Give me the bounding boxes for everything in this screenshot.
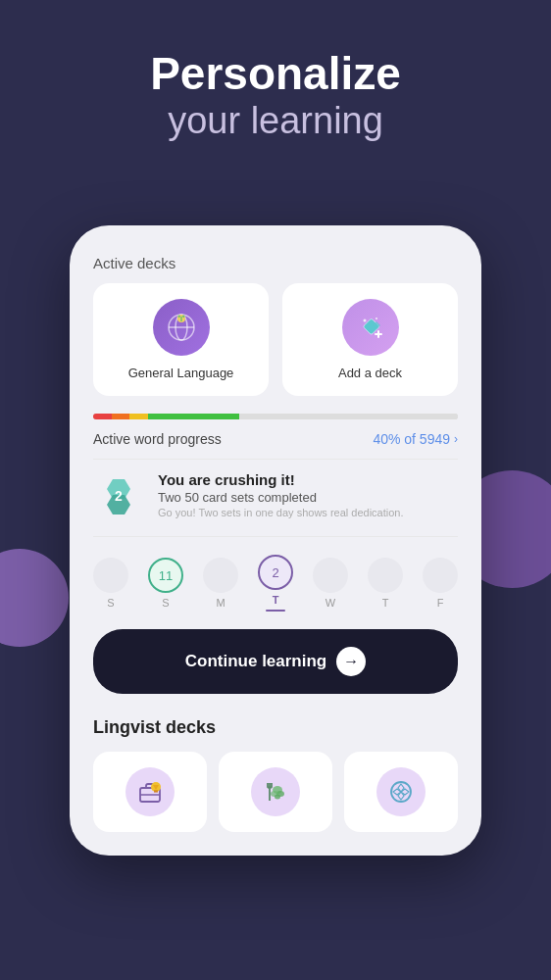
day-item-0: S (93, 558, 128, 609)
progress-chevron-icon: › (454, 432, 458, 446)
progress-segment-red (93, 414, 112, 419)
lingvist-deck-food[interactable] (219, 752, 332, 832)
add-deck-icon (342, 299, 399, 356)
day-label-1: S (162, 597, 169, 609)
lingvist-deck-sports[interactable] (344, 752, 458, 832)
day-label-0: S (107, 597, 114, 609)
svg-point-9 (376, 318, 377, 319)
svg-text:2: 2 (115, 488, 123, 504)
arrow-icon: → (343, 653, 359, 670)
day-label-3: T (273, 594, 279, 606)
deck-name-add: Add a deck (338, 366, 402, 380)
progress-label-text: Active word progress (93, 431, 222, 447)
day-underline-3 (266, 610, 285, 612)
progress-label-row[interactable]: Active word progress 40% of 5949 › (93, 431, 458, 460)
day-bubble-5 (368, 558, 403, 593)
food-icon (262, 778, 289, 806)
day-bubble-2 (203, 558, 238, 593)
arrow-circle-icon: → (336, 647, 366, 676)
deck-card-add[interactable]: Add a deck (282, 283, 458, 396)
day-item-5: T (368, 558, 403, 609)
day-item-3: 2 T (258, 555, 293, 612)
achievement-text: You are crushing it! Two 50 card sets co… (158, 471, 458, 518)
deck-name-general-language: General Language (128, 366, 234, 380)
decks-row: General Language Add a deck (93, 283, 458, 396)
food-deck-icon (251, 767, 300, 816)
day-bubble-4 (313, 558, 348, 593)
progress-segment-orange (112, 414, 130, 419)
progress-segment-green (148, 414, 239, 419)
day-label-6: F (437, 597, 444, 609)
achievement-badge-icon: 2 (93, 471, 144, 522)
progress-bar-container (93, 414, 458, 419)
day-label-5: T (382, 597, 389, 609)
lingvist-decks-title: Lingvist decks (93, 717, 458, 738)
progress-label-value: 40% of 5949 › (373, 431, 458, 447)
svg-point-19 (275, 795, 280, 800)
briefcase-icon (136, 778, 164, 806)
achievement-subtitle: Two 50 card sets completed (158, 490, 458, 505)
header-title: Personalize (39, 49, 512, 99)
header: Personalize your learning (0, 0, 551, 182)
progress-segment-yellow (129, 414, 148, 419)
lingvist-deck-business[interactable] (93, 752, 207, 832)
bg-decoration-left (0, 549, 69, 647)
svg-point-8 (363, 319, 366, 322)
day-item-4: W (313, 558, 348, 609)
day-bubble-0 (93, 558, 128, 593)
lingvist-decks-section: Lingvist decks (93, 713, 458, 832)
language-deck-icon (153, 299, 210, 356)
sports-icon (387, 778, 415, 806)
achievement-row: 2 You are crushing it! Two 50 card sets … (93, 471, 458, 537)
progress-track (93, 414, 458, 419)
achievement-description: Go you! Two sets in one day shows real d… (158, 507, 458, 518)
sports-deck-icon (376, 767, 426, 816)
phone-mockup: Active decks General Language (70, 225, 481, 856)
deck-card-general-language[interactable]: General Language (93, 283, 269, 396)
progress-value-text: 40% of 5949 (373, 431, 450, 447)
day-item-6: F (423, 558, 458, 609)
header-subtitle: your learning (39, 99, 512, 144)
day-item-2: M (203, 558, 238, 609)
continue-learning-button[interactable]: Continue learning → (93, 629, 458, 694)
days-row: S 11 S M 2 T W T F (93, 555, 458, 612)
badge-svg: 2 (93, 471, 144, 522)
active-decks-label: Active decks (93, 255, 458, 271)
add-icon-svg (355, 312, 386, 343)
day-item-1: 11 S (148, 558, 183, 609)
progress-segment-rest (239, 414, 458, 419)
day-label-2: M (216, 597, 225, 609)
day-bubble-1: 11 (148, 558, 183, 593)
language-icon-svg (166, 312, 197, 343)
day-bubble-3: 2 (258, 555, 293, 590)
continue-learning-label: Continue learning (185, 652, 327, 671)
day-bubble-6 (423, 558, 458, 593)
day-label-4: W (326, 597, 335, 609)
lingvist-decks-row (93, 752, 458, 832)
business-deck-icon (125, 767, 175, 816)
achievement-title: You are crushing it! (158, 471, 458, 488)
